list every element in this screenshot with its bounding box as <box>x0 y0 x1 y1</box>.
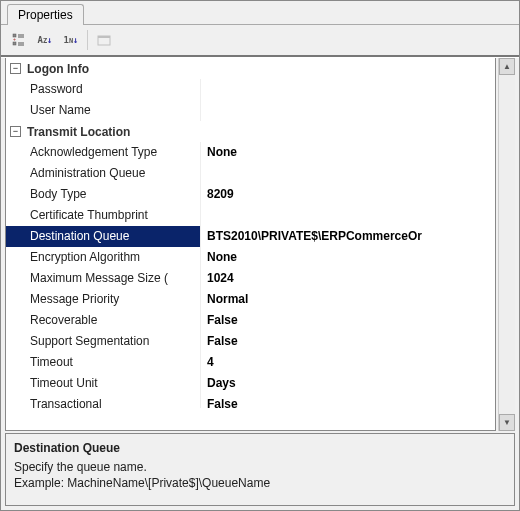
alphabetical-button[interactable]: AZ↓ <box>33 28 57 52</box>
property-row[interactable]: User Name <box>6 100 495 121</box>
property-row[interactable]: Administration Queue <box>6 163 495 184</box>
property-value[interactable] <box>201 79 495 100</box>
collapse-toggle-icon[interactable]: − <box>10 126 21 137</box>
property-name: Timeout Unit <box>6 373 201 394</box>
property-row[interactable]: Timeout UnitDays <box>6 373 495 394</box>
num-sort-icon: 1N↓ <box>63 35 78 45</box>
description-line2: Example: MachineName\[Private$]\QueueNam… <box>14 475 506 491</box>
property-value[interactable]: None <box>201 247 495 268</box>
property-row[interactable]: Timeout4 <box>6 352 495 373</box>
property-row[interactable]: Maximum Message Size (1024 <box>6 268 495 289</box>
property-value[interactable] <box>201 205 495 226</box>
sort-n-button[interactable]: 1N↓ <box>59 28 83 52</box>
vertical-scrollbar[interactable]: ▲ ▼ <box>498 58 515 431</box>
property-row[interactable]: Certificate Thumbprint <box>6 205 495 226</box>
property-row[interactable]: Password <box>6 79 495 100</box>
property-name: Password <box>6 79 201 100</box>
toolbar-separator <box>87 30 88 50</box>
property-value[interactable]: Normal <box>201 289 495 310</box>
property-value[interactable]: 4 <box>201 352 495 373</box>
svg-rect-1 <box>13 42 16 45</box>
property-grid: −Logon InfoPasswordUser Name−Transmit Lo… <box>1 57 519 431</box>
category-label: Transmit Location <box>27 125 130 139</box>
scroll-up-button[interactable]: ▲ <box>499 58 515 75</box>
property-value[interactable]: 8209 <box>201 184 495 205</box>
toolbar: + AZ↓ 1N↓ <box>1 25 519 57</box>
property-value[interactable]: False <box>201 310 495 331</box>
property-name: Timeout <box>6 352 201 373</box>
property-value[interactable]: None <box>201 142 495 163</box>
category-label: Logon Info <box>27 62 89 76</box>
property-value[interactable]: Days <box>201 373 495 394</box>
description-panel: Destination Queue Specify the queue name… <box>5 433 515 506</box>
property-value[interactable] <box>201 163 495 184</box>
svg-rect-8 <box>98 36 110 38</box>
description-title: Destination Queue <box>14 440 506 456</box>
property-name: Support Segmentation <box>6 331 201 352</box>
property-value[interactable] <box>201 100 495 121</box>
property-name: Certificate Thumbprint <box>6 205 201 226</box>
property-name: Encryption Algorithm <box>6 247 201 268</box>
property-name: Maximum Message Size ( <box>6 268 201 289</box>
property-row[interactable]: Encryption AlgorithmNone <box>6 247 495 268</box>
categorized-icon: + <box>12 33 26 47</box>
property-name: Recoverable <box>6 310 201 331</box>
description-line1: Specify the queue name. <box>14 459 506 475</box>
property-name: Destination Queue <box>6 226 201 247</box>
tab-row: Properties <box>1 1 519 25</box>
property-name: User Name <box>6 100 201 121</box>
category-transmit-location[interactable]: −Transmit Location <box>6 121 495 142</box>
property-row[interactable]: RecoverableFalse <box>6 310 495 331</box>
property-name: Body Type <box>6 184 201 205</box>
categorized-button[interactable]: + <box>7 28 31 52</box>
property-value[interactable]: False <box>201 394 495 408</box>
az-sort-icon: AZ↓ <box>37 35 52 45</box>
scroll-down-button[interactable]: ▼ <box>499 414 515 431</box>
property-name: Acknowledgement Type <box>6 142 201 163</box>
collapse-toggle-icon[interactable]: − <box>10 63 21 74</box>
property-row[interactable]: Destination QueueBTS2010\PRIVATE$\ERPCom… <box>6 226 495 247</box>
property-value[interactable]: 1024 <box>201 268 495 289</box>
property-row[interactable]: Message PriorityNormal <box>6 289 495 310</box>
category-logon-info[interactable]: −Logon Info <box>6 58 495 79</box>
property-value[interactable]: False <box>201 331 495 352</box>
svg-text:+: + <box>13 36 16 42</box>
property-name: Message Priority <box>6 289 201 310</box>
property-row[interactable]: Acknowledgement TypeNone <box>6 142 495 163</box>
property-name: Transactional <box>6 394 201 408</box>
tab-properties[interactable]: Properties <box>7 4 84 25</box>
property-row[interactable]: Body Type8209 <box>6 184 495 205</box>
property-name: Administration Queue <box>6 163 201 184</box>
pages-icon <box>97 34 111 46</box>
property-value[interactable]: BTS2010\PRIVATE$\ERPCommerceOr <box>201 226 495 247</box>
property-row[interactable]: Support SegmentationFalse <box>6 331 495 352</box>
property-pages-button <box>92 28 116 52</box>
property-row[interactable]: TransactionalFalse <box>6 394 495 408</box>
scroll-track[interactable] <box>499 75 515 414</box>
